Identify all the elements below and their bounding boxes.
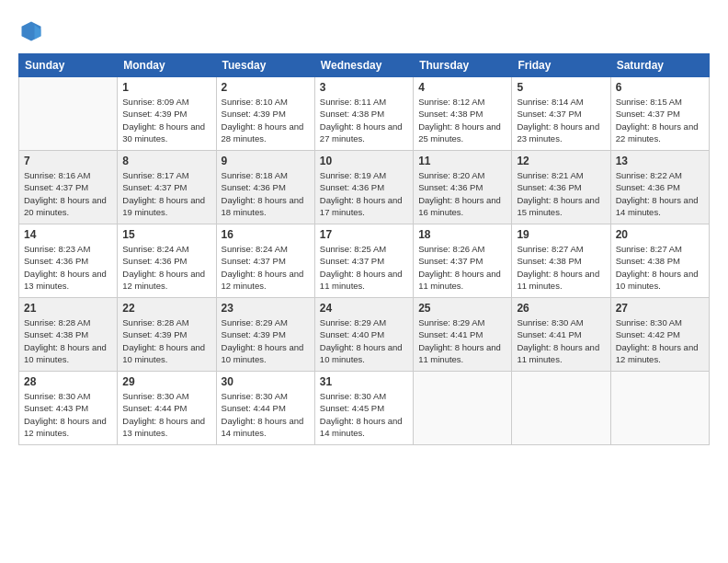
calendar-week-3: 21Sunrise: 8:28 AMSunset: 4:38 PMDayligh… (19, 298, 710, 372)
day-number: 8 (122, 155, 210, 167)
day-number: 2 (222, 81, 310, 94)
day-number: 30 (222, 375, 310, 388)
weekday-row: SundayMondayTuesdayWednesdayThursdayFrid… (19, 54, 710, 77)
calendar-cell: 28Sunrise: 8:30 AMSunset: 4:43 PMDayligh… (19, 372, 118, 445)
weekday-header-friday: Friday (512, 54, 610, 77)
calendar-cell: 8Sunrise: 8:17 AMSunset: 4:37 PMDaylight… (118, 151, 216, 224)
day-info: Sunrise: 8:26 AMSunset: 4:37 PMDaylight:… (418, 243, 506, 292)
calendar-body: 1Sunrise: 8:09 AMSunset: 4:39 PMDaylight… (19, 77, 710, 445)
day-info: Sunrise: 8:29 AMSunset: 4:39 PMDaylight:… (222, 316, 310, 365)
day-info: Sunrise: 8:09 AMSunset: 4:39 PMDaylight:… (122, 96, 210, 144)
calendar-cell: 11Sunrise: 8:20 AMSunset: 4:36 PMDayligh… (414, 151, 512, 224)
day-number: 5 (517, 81, 605, 94)
day-number: 3 (320, 81, 408, 94)
day-info: Sunrise: 8:19 AMSunset: 4:36 PMDaylight:… (320, 169, 408, 218)
day-number: 23 (222, 302, 310, 315)
calendar-cell: 10Sunrise: 8:19 AMSunset: 4:36 PMDayligh… (314, 151, 413, 224)
day-info: Sunrise: 8:28 AMSunset: 4:39 PMDaylight:… (122, 316, 210, 365)
day-number: 26 (517, 302, 605, 315)
calendar-cell: 24Sunrise: 8:29 AMSunset: 4:40 PMDayligh… (314, 298, 413, 372)
calendar-cell: 21Sunrise: 8:28 AMSunset: 4:38 PMDayligh… (19, 298, 118, 372)
header (18, 18, 710, 44)
calendar-cell (512, 372, 610, 445)
day-info: Sunrise: 8:30 AMSunset: 4:41 PMDaylight:… (517, 316, 605, 365)
calendar-cell: 23Sunrise: 8:29 AMSunset: 4:39 PMDayligh… (216, 298, 314, 372)
calendar-cell: 22Sunrise: 8:28 AMSunset: 4:39 PMDayligh… (118, 298, 216, 372)
day-info: Sunrise: 8:11 AMSunset: 4:38 PMDaylight:… (320, 96, 408, 144)
calendar-table: SundayMondayTuesdayWednesdayThursdayFrid… (18, 53, 710, 445)
day-info: Sunrise: 8:12 AMSunset: 4:38 PMDaylight:… (418, 96, 506, 144)
day-number: 21 (24, 302, 112, 315)
logo-icon (18, 18, 44, 44)
calendar-cell (19, 77, 118, 151)
day-info: Sunrise: 8:27 AMSunset: 4:38 PMDaylight:… (517, 243, 605, 292)
day-number: 1 (122, 81, 210, 94)
calendar-cell: 6Sunrise: 8:15 AMSunset: 4:37 PMDaylight… (610, 77, 709, 151)
calendar-week-4: 28Sunrise: 8:30 AMSunset: 4:43 PMDayligh… (19, 372, 710, 445)
logo (18, 18, 48, 44)
calendar-header: SundayMondayTuesdayWednesdayThursdayFrid… (19, 54, 710, 77)
calendar-cell: 30Sunrise: 8:30 AMSunset: 4:44 PMDayligh… (216, 372, 314, 445)
calendar-cell: 2Sunrise: 8:10 AMSunset: 4:39 PMDaylight… (216, 77, 314, 151)
weekday-header-sunday: Sunday (19, 54, 118, 77)
calendar-cell: 7Sunrise: 8:16 AMSunset: 4:37 PMDaylight… (19, 151, 118, 224)
calendar-cell: 14Sunrise: 8:23 AMSunset: 4:36 PMDayligh… (19, 224, 118, 298)
day-number: 24 (320, 302, 408, 315)
day-info: Sunrise: 8:14 AMSunset: 4:37 PMDaylight:… (517, 96, 605, 144)
day-info: Sunrise: 8:30 AMSunset: 4:45 PMDaylight:… (320, 390, 408, 439)
day-number: 20 (616, 228, 704, 241)
calendar-cell: 3Sunrise: 8:11 AMSunset: 4:38 PMDaylight… (314, 77, 413, 151)
day-number: 7 (24, 155, 112, 167)
day-number: 25 (418, 302, 506, 315)
day-number: 16 (222, 228, 310, 241)
day-info: Sunrise: 8:30 AMSunset: 4:44 PMDaylight:… (222, 390, 310, 439)
day-info: Sunrise: 8:10 AMSunset: 4:39 PMDaylight:… (222, 96, 310, 144)
day-info: Sunrise: 8:23 AMSunset: 4:36 PMDaylight:… (24, 243, 112, 292)
calendar-cell: 27Sunrise: 8:30 AMSunset: 4:42 PMDayligh… (610, 298, 709, 372)
day-info: Sunrise: 8:20 AMSunset: 4:36 PMDaylight:… (418, 169, 506, 218)
calendar-cell: 13Sunrise: 8:22 AMSunset: 4:36 PMDayligh… (610, 151, 709, 224)
calendar-cell: 1Sunrise: 8:09 AMSunset: 4:39 PMDaylight… (118, 77, 216, 151)
day-info: Sunrise: 8:27 AMSunset: 4:38 PMDaylight:… (616, 243, 704, 292)
day-number: 10 (320, 155, 408, 167)
day-info: Sunrise: 8:29 AMSunset: 4:41 PMDaylight:… (418, 316, 506, 365)
calendar-cell: 31Sunrise: 8:30 AMSunset: 4:45 PMDayligh… (314, 372, 413, 445)
day-info: Sunrise: 8:21 AMSunset: 4:36 PMDaylight:… (517, 169, 605, 218)
calendar-cell: 19Sunrise: 8:27 AMSunset: 4:38 PMDayligh… (512, 224, 610, 298)
calendar-cell (414, 372, 512, 445)
calendar-cell: 29Sunrise: 8:30 AMSunset: 4:44 PMDayligh… (118, 372, 216, 445)
day-number: 28 (24, 375, 112, 388)
calendar-cell: 20Sunrise: 8:27 AMSunset: 4:38 PMDayligh… (610, 224, 709, 298)
weekday-header-wednesday: Wednesday (314, 54, 413, 77)
day-number: 4 (418, 81, 506, 94)
calendar-cell: 9Sunrise: 8:18 AMSunset: 4:36 PMDaylight… (216, 151, 314, 224)
day-info: Sunrise: 8:18 AMSunset: 4:36 PMDaylight:… (222, 169, 310, 218)
day-info: Sunrise: 8:29 AMSunset: 4:40 PMDaylight:… (320, 316, 408, 365)
day-number: 29 (122, 375, 210, 388)
calendar-cell: 15Sunrise: 8:24 AMSunset: 4:36 PMDayligh… (118, 224, 216, 298)
day-info: Sunrise: 8:24 AMSunset: 4:36 PMDaylight:… (122, 243, 210, 292)
calendar-cell: 26Sunrise: 8:30 AMSunset: 4:41 PMDayligh… (512, 298, 610, 372)
calendar-week-2: 14Sunrise: 8:23 AMSunset: 4:36 PMDayligh… (19, 224, 710, 298)
day-info: Sunrise: 8:28 AMSunset: 4:38 PMDaylight:… (24, 316, 112, 365)
day-number: 22 (122, 302, 210, 315)
day-info: Sunrise: 8:16 AMSunset: 4:37 PMDaylight:… (24, 169, 112, 218)
day-info: Sunrise: 8:30 AMSunset: 4:43 PMDaylight:… (24, 390, 112, 439)
day-number: 31 (320, 375, 408, 388)
calendar-cell: 5Sunrise: 8:14 AMSunset: 4:37 PMDaylight… (512, 77, 610, 151)
day-number: 14 (24, 228, 112, 241)
day-number: 11 (418, 155, 506, 167)
calendar-cell: 12Sunrise: 8:21 AMSunset: 4:36 PMDayligh… (512, 151, 610, 224)
day-number: 13 (616, 155, 704, 167)
weekday-header-monday: Monday (118, 54, 216, 77)
day-number: 15 (122, 228, 210, 241)
calendar-week-1: 7Sunrise: 8:16 AMSunset: 4:37 PMDaylight… (19, 151, 710, 224)
calendar-cell (610, 372, 709, 445)
calendar-week-0: 1Sunrise: 8:09 AMSunset: 4:39 PMDaylight… (19, 77, 710, 151)
day-info: Sunrise: 8:30 AMSunset: 4:44 PMDaylight:… (122, 390, 210, 439)
day-info: Sunrise: 8:30 AMSunset: 4:42 PMDaylight:… (616, 316, 704, 365)
day-info: Sunrise: 8:24 AMSunset: 4:37 PMDaylight:… (222, 243, 310, 292)
calendar-cell: 16Sunrise: 8:24 AMSunset: 4:37 PMDayligh… (216, 224, 314, 298)
day-number: 27 (616, 302, 704, 315)
weekday-header-thursday: Thursday (414, 54, 512, 77)
